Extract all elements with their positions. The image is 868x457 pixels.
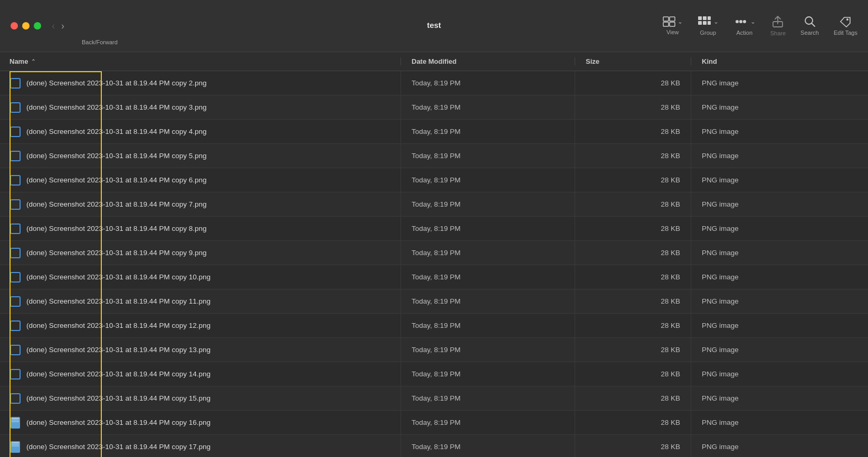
file-size: 28 KB xyxy=(575,435,691,457)
table-row[interactable]: (done) Screenshot 2023-10-31 at 8.19.44 … xyxy=(0,168,868,192)
table-row[interactable]: (done) Screenshot 2023-10-31 at 8.19.44 … xyxy=(0,338,868,362)
action-icon: ⌄ xyxy=(733,16,756,27)
svg-rect-5 xyxy=(703,16,707,20)
file-name-col: (done) Screenshot 2023-10-31 at 8.19.44 … xyxy=(0,435,401,457)
table-row[interactable]: (done) Screenshot 2023-10-31 at 8.19.44 … xyxy=(0,265,868,289)
file-kind: PNG image xyxy=(691,314,868,337)
table-row[interactable]: (done) Screenshot 2023-10-31 at 8.19.44 … xyxy=(0,120,868,144)
file-name: (done) Screenshot 2023-10-31 at 8.19.44 … xyxy=(26,128,206,135)
file-name-col: (done) Screenshot 2023-10-31 at 8.19.44 … xyxy=(0,362,401,386)
file-name: (done) Screenshot 2023-10-31 at 8.19.44 … xyxy=(26,297,211,305)
maximize-button[interactable] xyxy=(34,22,41,30)
window-title: test xyxy=(427,21,441,30)
svg-rect-0 xyxy=(663,17,669,21)
table-row[interactable]: (done) Screenshot 2023-10-31 at 8.19.44 … xyxy=(0,95,868,120)
toolbar-right: ⌄ View ⌄ Group xyxy=(663,15,857,36)
traffic-lights xyxy=(11,22,41,30)
table-row[interactable]: (done) Screenshot 2023-10-31 at 8.19.44 … xyxy=(0,435,868,457)
svg-rect-4 xyxy=(698,16,702,20)
file-size: 28 KB xyxy=(575,144,691,168)
table-row[interactable]: (done) Screenshot 2023-10-31 at 8.19.44 … xyxy=(0,71,868,95)
file-name-col: (done) Screenshot 2023-10-31 at 8.19.44 … xyxy=(0,289,401,313)
file-size: 28 KB xyxy=(575,241,691,265)
forward-button[interactable]: › xyxy=(61,21,64,32)
file-size: 28 KB xyxy=(575,411,691,434)
action-button[interactable]: ⌄ Action xyxy=(733,16,756,36)
file-date: Today, 8:19 PM xyxy=(401,168,575,192)
checkbox-icon xyxy=(10,296,21,307)
file-kind: PNG image xyxy=(691,435,868,457)
file-name-col: (done) Screenshot 2023-10-31 at 8.19.44 … xyxy=(0,168,401,192)
view-icon: ⌄ xyxy=(663,16,683,27)
file-size: 28 KB xyxy=(575,386,691,410)
file-size: 28 KB xyxy=(575,95,691,119)
table-row[interactable]: (done) Screenshot 2023-10-31 at 8.19.44 … xyxy=(0,411,868,435)
file-kind: PNG image xyxy=(691,144,868,168)
file-kind: PNG image xyxy=(691,411,868,434)
file-name-col: (done) Screenshot 2023-10-31 at 8.19.44 … xyxy=(0,338,401,362)
svg-point-15 xyxy=(846,18,848,21)
svg-rect-7 xyxy=(698,21,702,25)
file-name: (done) Screenshot 2023-10-31 at 8.19.44 … xyxy=(26,200,206,208)
edit-tags-button[interactable]: Edit Tags xyxy=(834,16,857,36)
file-date: Today, 8:19 PM xyxy=(401,144,575,168)
edit-tags-label: Edit Tags xyxy=(834,30,857,36)
file-size: 28 KB xyxy=(575,289,691,313)
view-label: View xyxy=(666,29,679,35)
svg-point-12 xyxy=(743,20,746,23)
col-date-header[interactable]: Date Modified xyxy=(401,57,575,65)
back-button[interactable]: ‹ xyxy=(52,21,55,32)
file-name-col: (done) Screenshot 2023-10-31 at 8.19.44 … xyxy=(0,144,401,168)
close-button[interactable] xyxy=(11,22,18,30)
checkbox-icon xyxy=(10,248,21,258)
file-name: (done) Screenshot 2023-10-31 at 8.19.44 … xyxy=(26,249,206,257)
file-size: 28 KB xyxy=(575,120,691,143)
share-button[interactable]: Share xyxy=(770,15,786,36)
file-name: (done) Screenshot 2023-10-31 at 8.19.44 … xyxy=(26,346,211,354)
svg-point-10 xyxy=(736,20,739,23)
action-label: Action xyxy=(736,30,752,36)
file-size: 28 KB xyxy=(575,217,691,240)
file-name: (done) Screenshot 2023-10-31 at 8.19.44 … xyxy=(26,322,211,329)
table-row[interactable]: (done) Screenshot 2023-10-31 at 8.19.44 … xyxy=(0,362,868,386)
file-name-col: (done) Screenshot 2023-10-31 at 8.19.44 … xyxy=(0,217,401,240)
edit-tags-icon xyxy=(839,16,852,27)
file-date: Today, 8:19 PM xyxy=(401,411,575,434)
share-icon xyxy=(772,15,784,28)
file-kind: PNG image xyxy=(691,217,868,240)
file-name-col: (done) Screenshot 2023-10-31 at 8.19.44 … xyxy=(0,71,401,95)
view-button[interactable]: ⌄ View xyxy=(663,16,683,35)
file-date: Today, 8:19 PM xyxy=(401,192,575,216)
file-date: Today, 8:19 PM xyxy=(401,120,575,143)
file-kind: PNG image xyxy=(691,192,868,216)
table-row[interactable]: (done) Screenshot 2023-10-31 at 8.19.44 … xyxy=(0,192,868,217)
table-row[interactable]: (done) Screenshot 2023-10-31 at 8.19.44 … xyxy=(0,289,868,314)
file-kind: PNG image xyxy=(691,338,868,362)
table-row[interactable]: (done) Screenshot 2023-10-31 at 8.19.44 … xyxy=(0,144,868,168)
checkbox-icon xyxy=(10,393,21,404)
file-name: (done) Screenshot 2023-10-31 at 8.19.44 … xyxy=(26,225,206,232)
table-row[interactable]: (done) Screenshot 2023-10-31 at 8.19.44 … xyxy=(0,314,868,338)
col-size-header[interactable]: Size xyxy=(575,57,691,65)
file-name: (done) Screenshot 2023-10-31 at 8.19.44 … xyxy=(26,370,211,378)
table-row[interactable]: (done) Screenshot 2023-10-31 at 8.19.44 … xyxy=(0,217,868,241)
back-forward-label: Back/Forward xyxy=(82,39,118,45)
group-button[interactable]: ⌄ Group xyxy=(698,16,719,36)
file-size: 28 KB xyxy=(575,168,691,192)
col-name-header[interactable]: Name ⌃ xyxy=(0,57,401,65)
file-size: 28 KB xyxy=(575,265,691,289)
search-button[interactable]: Search xyxy=(800,16,819,36)
table-row[interactable]: (done) Screenshot 2023-10-31 at 8.19.44 … xyxy=(0,241,868,265)
col-kind-header[interactable]: Kind xyxy=(691,57,868,65)
file-size: 28 KB xyxy=(575,314,691,337)
file-kind: PNG image xyxy=(691,71,868,95)
file-name: (done) Screenshot 2023-10-31 at 8.19.44 … xyxy=(26,152,206,160)
file-name-col: (done) Screenshot 2023-10-31 at 8.19.44 … xyxy=(0,120,401,143)
checkbox-icon xyxy=(10,175,21,186)
svg-rect-2 xyxy=(663,22,669,26)
checkbox-icon xyxy=(10,272,21,283)
file-kind: PNG image xyxy=(691,241,868,265)
table-row[interactable]: (done) Screenshot 2023-10-31 at 8.19.44 … xyxy=(0,386,868,411)
svg-rect-3 xyxy=(670,22,675,26)
minimize-button[interactable] xyxy=(22,22,30,30)
